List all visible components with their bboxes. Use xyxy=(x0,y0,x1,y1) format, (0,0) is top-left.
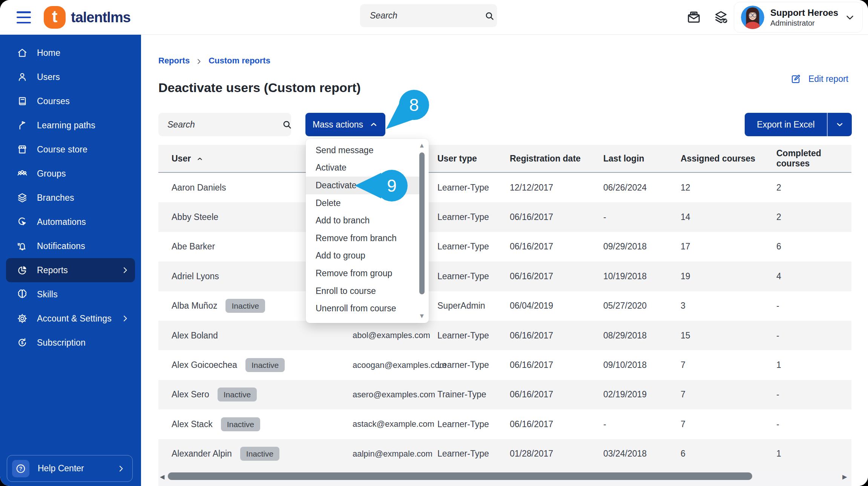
last-login-cell: - xyxy=(603,419,681,429)
completed-courses-cell: - xyxy=(776,389,851,400)
sidebar-item-label: Groups xyxy=(37,169,66,179)
page-title: Deactivate users (Custom report) xyxy=(158,80,361,95)
table-row: Alex GoicoecheaInactiveacoogan@examples.… xyxy=(158,350,851,380)
menu-item-enroll-to-course[interactable]: Enroll to course xyxy=(306,282,419,300)
completed-courses-cell: 1 xyxy=(776,360,851,370)
menu-item-add-to-branch[interactable]: Add to branch xyxy=(306,212,419,229)
chevron-right-icon xyxy=(196,57,202,64)
registration-date-cell: 06/16/2017 xyxy=(510,212,603,222)
layers-check-icon[interactable] xyxy=(713,10,728,25)
menu-item-unenroll-from-course[interactable]: Unenroll from course xyxy=(306,300,419,317)
sidebar-item-courses[interactable]: Courses xyxy=(6,89,135,113)
sidebar-item-groups[interactable]: Groups xyxy=(6,161,135,186)
chevron-up-icon xyxy=(369,120,378,129)
user-name: Alex Goicoechea xyxy=(172,360,237,370)
user-name: Abby Steele xyxy=(172,212,218,222)
email-cell: abol@examples.com xyxy=(353,331,437,340)
registration-date-cell: 06/16/2017 xyxy=(510,331,603,341)
menu-item-delete[interactable]: Delete xyxy=(306,194,419,212)
sidebar-item-account-settings[interactable]: Account & Settings xyxy=(6,306,135,331)
column-header-last-login: Last login xyxy=(603,154,681,164)
table-search-input[interactable] xyxy=(167,119,281,130)
user-type-cell: Learner-Type xyxy=(437,183,510,193)
export-options-button[interactable] xyxy=(827,113,852,136)
user-name: Alba Muñoz xyxy=(172,301,217,311)
sidebar-item-automations[interactable]: Automations xyxy=(6,210,135,234)
search-icon[interactable] xyxy=(484,10,495,22)
user-cell: Alexander AlpinInactive xyxy=(158,447,353,461)
search-icon[interactable] xyxy=(281,119,293,130)
assigned-courses-cell: 6 xyxy=(681,449,776,459)
sidebar-item-home[interactable]: Home xyxy=(6,41,135,65)
horizontal-scrollbar-thumb[interactable] xyxy=(168,472,752,480)
table-row: Alba MuñozInactiveSuperAdmin06/04/201905… xyxy=(158,291,851,321)
refresh-icon: $ xyxy=(17,337,28,348)
assigned-courses-cell: 7 xyxy=(681,389,776,400)
sidebar-item-label: Skills xyxy=(37,289,58,300)
email-cell: astack@example.com xyxy=(353,419,437,429)
pie-icon xyxy=(17,265,28,276)
sidebar-item-reports[interactable]: Reports xyxy=(6,258,135,282)
table-row: Alex SeroInactiveasero@examples.comTrain… xyxy=(158,380,851,409)
dropdown-scroll-up-arrow[interactable]: ▲ xyxy=(419,142,425,149)
menu-item-send-message[interactable]: Send message xyxy=(306,141,419,159)
registration-date-cell: 01/28/2017 xyxy=(510,449,603,459)
mass-actions-dropdown: Send messageActivateDeactivateDeleteAdd … xyxy=(306,139,429,323)
chevron-down-icon xyxy=(835,120,844,129)
assigned-courses-cell: 17 xyxy=(681,241,776,252)
sidebar-item-label: Subscription xyxy=(37,338,86,348)
export-excel-button[interactable]: Export in Excel xyxy=(745,113,827,136)
callout-step-8: 8 xyxy=(385,89,434,131)
user-role: Administrator xyxy=(770,18,838,28)
table-row: Adriel LyonsLearner-Type06/16/201710/19/… xyxy=(158,261,851,291)
edit-report-label: Edit report xyxy=(808,74,848,84)
table-row: Alex StackInactiveastack@example.comLear… xyxy=(158,409,851,439)
menu-item-remove-from-group[interactable]: Remove from group xyxy=(306,265,419,282)
user-cell: Alex GoicoecheaInactive xyxy=(158,358,353,372)
menu-item-activate[interactable]: Activate xyxy=(306,159,419,177)
edit-report-button[interactable]: Edit report xyxy=(790,73,848,85)
last-login-cell: 08/29/2018 xyxy=(603,331,681,341)
mass-actions-button[interactable]: Mass actions xyxy=(305,113,385,136)
sidebar-item-learning-paths[interactable]: Learning paths xyxy=(6,113,135,137)
assigned-courses-cell: 12 xyxy=(681,183,776,193)
user-type-cell: Learner-Type xyxy=(437,271,510,281)
inactive-badge: Inactive xyxy=(245,358,285,372)
chevron-right-icon xyxy=(121,314,130,323)
sidebar-item-skills[interactable]: Skills xyxy=(6,282,135,306)
user-cell: Alex Boland xyxy=(158,331,353,341)
message-icon[interactable] xyxy=(686,10,701,25)
sidebar-item-notifications[interactable]: Notifications xyxy=(6,234,135,258)
column-label: Last login xyxy=(603,154,644,163)
table-row: Abby SteeleLearner-Type06/16/2017-142 xyxy=(158,202,851,232)
sidebar-item-course-store[interactable]: Course store xyxy=(6,137,135,161)
hamburger-menu-icon[interactable] xyxy=(17,11,31,23)
sidebar-item-label: Reports xyxy=(37,265,68,275)
scroll-left-arrow[interactable]: ◀ xyxy=(160,473,164,481)
sidebar: Home Users Courses Learning paths Course… xyxy=(0,35,141,486)
user-name: Support Heroes xyxy=(770,7,838,18)
chevron-right-icon xyxy=(121,266,130,275)
sidebar-item-subscription[interactable]: $ Subscription xyxy=(6,331,135,355)
menu-item-deactivate[interactable]: Deactivate xyxy=(306,177,419,194)
menu-item-remove-from-branch[interactable]: Remove from branch xyxy=(306,229,419,247)
user-type-cell: Learner-Type xyxy=(437,331,510,341)
user-type-cell: Learner-Type xyxy=(437,212,510,222)
menu-item-add-to-group[interactable]: Add to group xyxy=(306,247,419,265)
global-search-input[interactable] xyxy=(369,10,484,21)
brand-logo[interactable]: t talentlms xyxy=(44,6,130,29)
user-menu[interactable]: Support Heroes Administrator xyxy=(734,2,863,33)
help-center-button[interactable]: ? Help Center xyxy=(7,455,133,482)
automation-icon xyxy=(17,216,28,228)
last-login-cell: 10/19/2018 xyxy=(603,271,681,281)
layers-icon xyxy=(17,192,28,203)
sidebar-item-branches[interactable]: Branches xyxy=(6,186,135,210)
breadcrumb-reports-link[interactable]: Reports xyxy=(158,56,190,66)
dropdown-scrollbar-thumb[interactable] xyxy=(419,152,425,294)
assigned-courses-cell: 15 xyxy=(681,331,776,341)
breadcrumb-custom-reports-link[interactable]: Custom reports xyxy=(209,56,270,66)
sidebar-item-users[interactable]: Users xyxy=(6,65,135,89)
scroll-right-arrow[interactable]: ▶ xyxy=(842,473,847,481)
column-label: Completed courses xyxy=(776,148,821,168)
dropdown-scroll-down-arrow[interactable]: ▼ xyxy=(419,312,425,320)
